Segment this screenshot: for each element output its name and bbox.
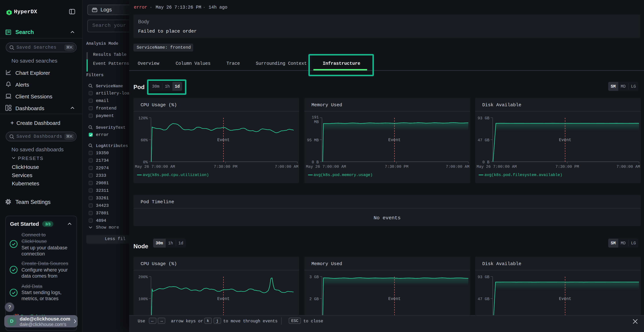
svg-text:47 GB: 47 GB [478,297,490,302]
svg-text:May 26 7:00:00 AM: May 26 7:00:00 AM [476,164,517,169]
svg-text:2 GB: 2 GB [309,297,318,302]
svg-text:May 26 7:00:00 AM: May 26 7:00:00 AM [306,164,346,169]
svg-text:200%: 200% [138,275,148,280]
svg-text:Event: Event [217,138,230,142]
svg-text:7:00:00 AM: 7:00:00 AM [616,164,640,169]
svg-text:Event: Event [388,296,400,301]
svg-text:60%: 60% [140,138,148,142]
svg-text:May 26 7:00:00 AM: May 26 7:00:00 AM [135,164,175,169]
svg-text:Event: Event [559,138,571,142]
svg-text:7:00:00 AM: 7:00:00 AM [446,164,469,169]
svg-text:7:30:00 PM: 7:30:00 PM [214,164,238,169]
svg-text:3 GB: 3 GB [309,275,318,280]
svg-text:0%: 0% [143,160,148,164]
svg-text:0 B: 0 B [312,160,318,164]
svg-text:MB: MB [314,120,318,124]
svg-text:Event: Event [388,138,400,142]
svg-text:Event: Event [217,296,230,301]
svg-text:93 GB: 93 GB [478,116,490,120]
svg-text:191: 191 [312,115,318,120]
svg-text:Event: Event [559,296,571,301]
svg-text:7:00:00 AM: 7:00:00 AM [275,164,298,169]
svg-text:93 GB: 93 GB [478,275,490,280]
svg-text:0 B: 0 B [482,160,490,164]
svg-text:120%: 120% [138,116,148,120]
svg-text:47 GB: 47 GB [478,138,490,142]
svg-text:100%: 100% [138,297,148,302]
svg-text:7:30:00 PM: 7:30:00 PM [556,164,579,169]
svg-text:95 MB: 95 MB [307,138,318,142]
svg-text:7:30:00 PM: 7:30:00 PM [384,164,408,169]
